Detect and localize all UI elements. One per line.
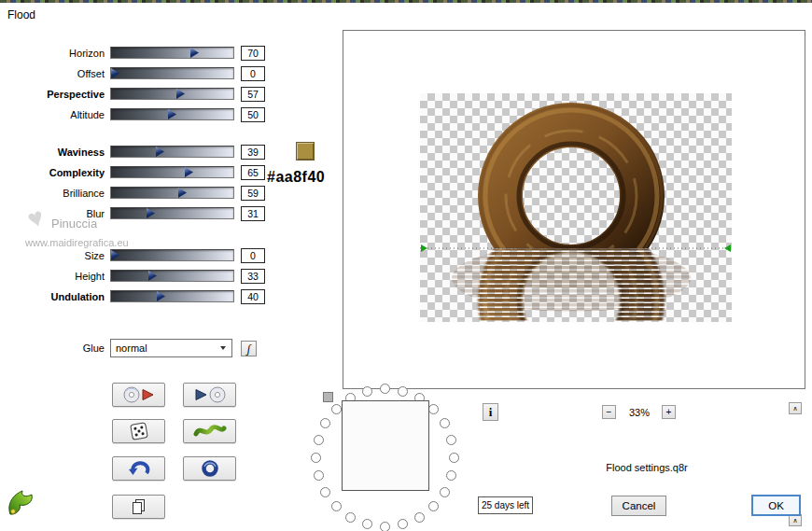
slider-row-offset: Offset — [0, 67, 280, 82]
slider-row-undulation: Undulation — [0, 290, 280, 305]
slider-value-input[interactable] — [241, 248, 265, 263]
slider-track[interactable] — [110, 270, 234, 282]
trial-days-badge[interactable]: 25 days left — [478, 496, 533, 514]
slider-value-input[interactable] — [241, 186, 265, 201]
ring-button[interactable] — [183, 456, 236, 481]
zoom-level-label: 33% — [621, 407, 658, 418]
undo-button[interactable] — [112, 456, 165, 481]
flood-dialog: Flood HorizonOffsetPerspectiveAltitudeWa… — [0, 0, 812, 531]
play-cd-icon — [193, 386, 227, 403]
slider-thumb-icon[interactable] — [148, 271, 157, 281]
slider-value-input[interactable] — [241, 46, 265, 61]
slider-track[interactable] — [110, 67, 234, 79]
memory-dot[interactable] — [440, 418, 450, 428]
slider-value-input[interactable] — [241, 145, 265, 160]
memory-dot[interactable] — [345, 512, 356, 523]
copy-settings-button[interactable] — [112, 495, 165, 519]
preview-cd-button[interactable] — [183, 383, 236, 407]
memory-dot[interactable] — [314, 435, 324, 445]
slider-label: Offset — [0, 68, 105, 79]
info-button[interactable]: i — [483, 403, 498, 421]
slider-value-input[interactable] — [241, 269, 265, 284]
memory-dot[interactable] — [398, 519, 408, 529]
watermark-name: Pinuccia — [51, 217, 97, 231]
slider-track[interactable] — [110, 207, 234, 219]
zoom-out-button[interactable]: − — [602, 405, 616, 419]
spinner-up-top-button[interactable]: ∧ — [789, 402, 802, 414]
slider-label: Complexity — [0, 167, 105, 178]
slider-value-input[interactable] — [241, 206, 265, 221]
slider-row-horizon: Horizon — [0, 47, 280, 62]
slider-thumb-icon[interactable] — [178, 188, 187, 198]
render-cd-button[interactable] — [112, 383, 165, 407]
slider-row-size: Size — [0, 249, 280, 264]
dial-corner-handle[interactable] — [323, 392, 333, 402]
slider-track[interactable] — [110, 187, 234, 199]
preview-transparency-checker — [420, 93, 732, 322]
slider-row-waviness: Waviness — [0, 146, 280, 161]
memory-dot[interactable] — [414, 512, 425, 523]
slider-track[interactable] — [110, 166, 234, 178]
memory-dot[interactable] — [446, 435, 456, 445]
slider-track[interactable] — [110, 249, 234, 261]
slider-track[interactable] — [110, 108, 234, 120]
slider-value-input[interactable] — [241, 87, 265, 102]
slider-row-brilliance: Brilliance — [0, 187, 280, 202]
slider-label: Horizon — [0, 48, 105, 59]
memory-dot[interactable] — [446, 470, 456, 481]
memory-dot[interactable] — [398, 386, 408, 397]
waterline-right-mark — [724, 245, 731, 252]
memory-dot[interactable] — [331, 404, 342, 414]
slider-thumb-icon[interactable] — [185, 167, 193, 177]
slider-thumb-icon[interactable] — [147, 208, 155, 218]
navigator-thumbnail[interactable] — [342, 400, 429, 491]
memory-dot[interactable] — [314, 470, 324, 481]
undo-arrow-icon — [128, 460, 150, 477]
glue-label: Glue — [0, 342, 105, 354]
slider-thumb-icon[interactable] — [157, 291, 165, 301]
color-swatch[interactable] — [296, 142, 315, 161]
randomize-button[interactable] — [112, 419, 165, 443]
slider-value-input[interactable] — [241, 165, 265, 180]
slider-value-input[interactable] — [241, 107, 265, 122]
slider-thumb-icon[interactable] — [111, 250, 119, 260]
memory-dot[interactable] — [320, 418, 330, 428]
memory-dot[interactable] — [331, 501, 342, 511]
slider-thumb-icon[interactable] — [168, 109, 176, 119]
color-hex-label: #aa8f40 — [267, 169, 325, 186]
memory-dot[interactable] — [362, 519, 372, 529]
memory-dot[interactable] — [320, 487, 330, 497]
wave-randomize-button[interactable] — [183, 419, 236, 443]
slider-thumb-icon[interactable] — [156, 147, 164, 157]
memory-dot[interactable] — [428, 501, 439, 511]
memory-dot[interactable] — [380, 522, 390, 531]
slider-value-input[interactable] — [241, 66, 265, 81]
memory-dot[interactable] — [428, 404, 439, 414]
memory-dot[interactable] — [311, 453, 321, 463]
slider-label: Waviness — [0, 147, 105, 158]
slider-panel: HorizonOffsetPerspectiveAltitudeWaviness… — [0, 0, 280, 317]
cancel-button[interactable]: Cancel — [611, 496, 666, 516]
memory-dot[interactable] — [449, 453, 459, 463]
memory-dot[interactable] — [380, 384, 390, 394]
slider-value-input[interactable] — [241, 289, 265, 304]
slider-thumb-icon[interactable] — [190, 48, 199, 58]
glue-options-button[interactable]: ʃ — [241, 341, 257, 356]
slider-track[interactable] — [110, 88, 234, 100]
page-copy-icon — [130, 497, 148, 516]
slider-thumb-icon[interactable] — [176, 89, 185, 99]
watermark-url: www.maidiregrafica.eu — [25, 237, 129, 248]
slider-track[interactable] — [110, 146, 234, 158]
ok-button[interactable]: OK — [751, 495, 801, 516]
glue-selected-value: normal — [116, 342, 147, 354]
green-squiggle-icon — [193, 424, 227, 439]
slider-thumb-icon[interactable] — [111, 68, 119, 78]
glue-select[interactable]: normal — [110, 339, 232, 357]
plugin-logo-icon — [7, 489, 39, 517]
memory-dot[interactable] — [440, 487, 450, 497]
memory-dot[interactable] — [362, 386, 372, 397]
chevron-down-icon[interactable] — [217, 340, 230, 356]
slider-track[interactable] — [110, 47, 234, 59]
slider-track[interactable] — [110, 290, 234, 302]
zoom-in-button[interactable]: + — [662, 405, 676, 419]
